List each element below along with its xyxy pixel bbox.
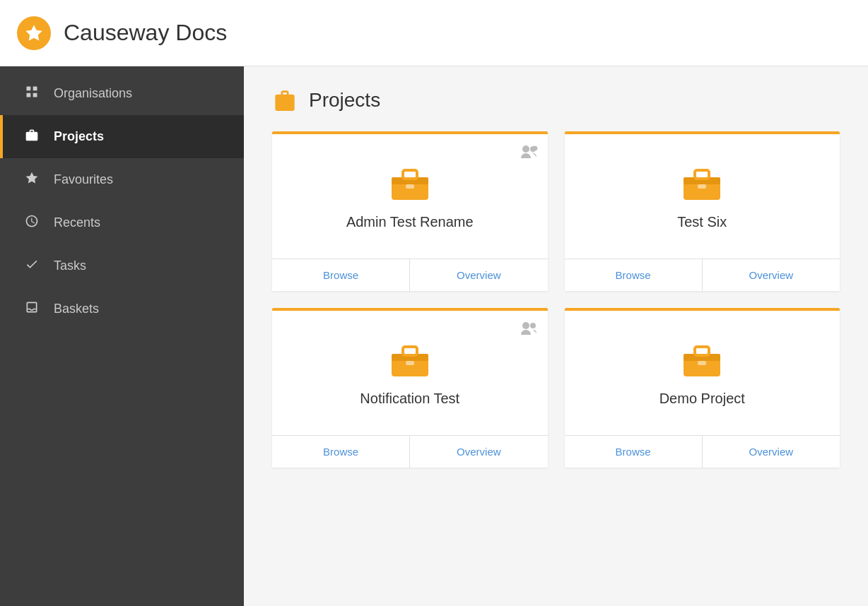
svg-rect-16 [406,361,414,365]
project-card-top-notification-test: Notification Test [272,308,548,435]
browse-button-test-six[interactable]: Browse [565,259,702,291]
svg-point-0 [522,145,529,153]
project-card-top-demo-project: Demo Project [565,308,840,435]
browse-button-notification-test[interactable]: Browse [272,436,409,468]
page-header: Projects [272,89,840,112]
project-name-notification-test: Notification Test [360,391,459,407]
briefcase-icon-test-six [681,166,723,203]
sidebar-item-label-favourites: Favourites [54,172,113,187]
project-card-actions-demo-project: Browse Overview [565,435,840,468]
project-card-admin-test-rename[interactable]: Admin Test Rename Browse Overview [272,131,548,291]
sidebar-item-projects[interactable]: Projects [0,115,244,158]
briefcase-icon-notification-test [389,343,431,379]
svg-rect-15 [403,347,417,355]
svg-rect-19 [695,347,709,355]
svg-rect-6 [406,184,414,189]
sidebar-item-favourites[interactable]: Favourites [0,158,244,201]
project-name-test-six: Test Six [677,214,727,230]
project-card-top-test-six: Test Six [565,131,840,259]
svg-rect-9 [695,170,709,179]
sidebar-item-label-projects: Projects [54,129,104,144]
sidebar: Organisations Projects Favourites Recent… [0,66,244,606]
app-title: Causeway Docs [64,20,227,46]
sidebar-item-baskets[interactable]: Baskets [0,287,244,331]
overview-button-demo-project[interactable]: Overview [702,436,840,468]
project-name-admin-test-rename: Admin Test Rename [346,214,474,230]
app-logo [17,16,51,50]
briefcase-icon [23,128,41,145]
main-content: Projects [244,66,868,606]
sidebar-item-tasks[interactable]: Tasks [0,244,244,287]
sidebar-item-label-recents: Recents [54,215,100,230]
svg-point-11 [522,322,529,329]
clock-icon [23,214,41,232]
project-card-actions-notification-test: Browse Overview [272,435,548,468]
sidebar-item-label-tasks: Tasks [54,259,86,273]
admin-icon-notification-test [520,321,538,340]
grid-icon [23,85,41,102]
project-card-test-six[interactable]: Test Six Browse Overview [565,131,840,291]
svg-point-2 [533,146,537,150]
check-icon [23,257,41,275]
svg-point-12 [530,323,536,328]
overview-button-notification-test[interactable]: Overview [409,436,547,468]
browse-button-admin-test-rename[interactable]: Browse [272,259,409,291]
sidebar-item-label-organisations: Organisations [54,86,132,101]
sidebar-item-label-baskets: Baskets [54,302,99,316]
svg-rect-10 [698,184,706,189]
app-body: Organisations Projects Favourites Recent… [0,66,868,606]
inbox-icon [23,300,41,318]
briefcase-icon-admin-test-rename [389,166,431,203]
briefcase-icon-demo-project [681,343,723,379]
projects-grid: Admin Test Rename Browse Overview Test [272,131,840,468]
admin-icon-admin-test-rename [520,144,538,164]
star-nav-icon [23,171,41,189]
sidebar-item-recents[interactable]: Recents [0,201,244,244]
project-name-demo-project: Demo Project [659,391,745,407]
svg-rect-20 [698,361,706,365]
svg-rect-5 [403,170,417,179]
project-card-notification-test[interactable]: Notification Test Browse Overview [272,308,548,468]
project-card-actions-test-six: Browse Overview [565,259,840,291]
projects-briefcase-icon [272,90,298,111]
app-header: Causeway Docs [0,0,868,66]
browse-button-demo-project[interactable]: Browse [565,436,702,468]
star-icon [24,23,44,43]
page-title: Projects [309,89,380,112]
project-card-top-admin-test-rename: Admin Test Rename [272,131,548,259]
overview-button-test-six[interactable]: Overview [702,259,840,291]
sidebar-item-organisations[interactable]: Organisations [0,72,244,115]
project-card-demo-project[interactable]: Demo Project Browse Overview [565,308,840,468]
overview-button-admin-test-rename[interactable]: Overview [409,259,547,291]
project-card-actions-admin-test-rename: Browse Overview [272,259,548,291]
